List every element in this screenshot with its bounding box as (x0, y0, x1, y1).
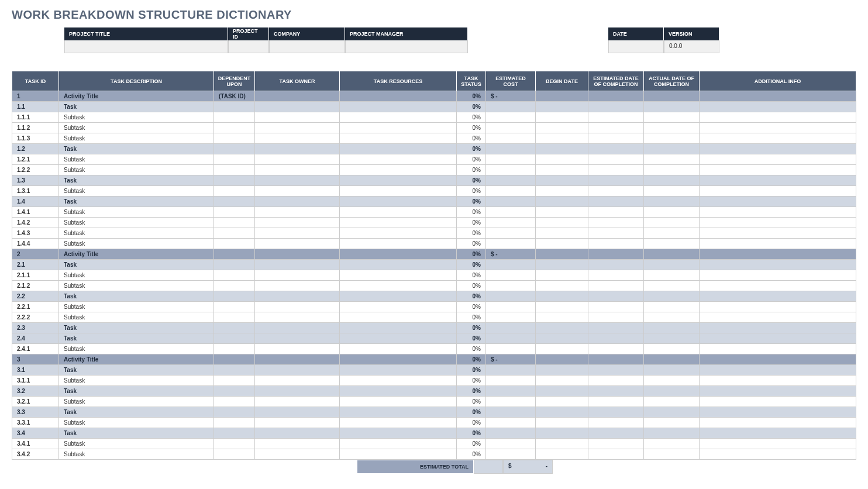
cell-id[interactable]: 2.4 (12, 333, 59, 344)
cell-dep[interactable] (214, 439, 255, 449)
cell-id[interactable]: 1.4.1 (12, 207, 59, 218)
table-row[interactable]: 2.1.2Subtask0% (12, 281, 856, 291)
cell-dep[interactable] (214, 239, 255, 249)
cell-info[interactable] (700, 165, 856, 175)
cell-est[interactable] (588, 407, 644, 418)
cell-est[interactable] (588, 165, 644, 175)
cell-act[interactable] (644, 344, 700, 354)
table-row[interactable]: 3.2Task0% (12, 386, 856, 397)
cell-id[interactable]: 3.4.2 (12, 449, 59, 460)
cell-desc[interactable]: Task (59, 428, 214, 439)
cell-desc[interactable]: Subtask (59, 239, 214, 249)
cell-dep[interactable] (214, 449, 255, 460)
cell-id[interactable]: 1.2.2 (12, 165, 59, 175)
cell-act[interactable] (644, 218, 700, 228)
cell-info[interactable] (700, 260, 856, 270)
cell-owner[interactable] (255, 249, 340, 260)
cell-act[interactable] (644, 91, 700, 102)
cell-id[interactable]: 3.4 (12, 428, 59, 439)
cell-begin[interactable] (536, 154, 588, 165)
cell-cost[interactable] (486, 407, 536, 418)
cell-dep[interactable] (214, 249, 255, 260)
cell-info[interactable] (700, 449, 856, 460)
cell-status[interactable]: 0% (457, 123, 486, 133)
table-row[interactable]: 1.3.1Subtask0% (12, 186, 856, 197)
cell-id[interactable]: 3 (12, 354, 59, 365)
table-row[interactable]: 1.1.2Subtask0% (12, 123, 856, 133)
cell-cost[interactable] (486, 123, 536, 133)
cell-cost[interactable] (486, 228, 536, 239)
cell-res[interactable] (340, 165, 457, 175)
cell-owner[interactable] (255, 302, 340, 312)
cell-res[interactable] (340, 439, 457, 449)
cell-res[interactable] (340, 323, 457, 333)
cell-info[interactable] (700, 397, 856, 407)
cell-id[interactable]: 1.1.2 (12, 123, 59, 133)
table-row[interactable]: 1.2.1Subtask0% (12, 154, 856, 165)
cell-cost[interactable] (486, 397, 536, 407)
cell-est[interactable] (588, 302, 644, 312)
table-row[interactable]: 1Activity Title(TASK ID)0%$ - (12, 91, 856, 102)
meta-value-project-id[interactable] (228, 40, 269, 53)
cell-dep[interactable] (214, 197, 255, 207)
cell-cost[interactable] (486, 270, 536, 281)
cell-est[interactable] (588, 376, 644, 386)
cell-res[interactable] (340, 112, 457, 123)
cell-res[interactable] (340, 197, 457, 207)
cell-owner[interactable] (255, 228, 340, 239)
cell-owner[interactable] (255, 91, 340, 102)
cell-owner[interactable] (255, 428, 340, 439)
cell-res[interactable] (340, 281, 457, 291)
cell-cost[interactable] (486, 133, 536, 144)
cell-act[interactable] (644, 112, 700, 123)
cell-res[interactable] (340, 407, 457, 418)
table-row[interactable]: 3.4.1Subtask0% (12, 439, 856, 449)
cell-est[interactable] (588, 428, 644, 439)
cell-info[interactable] (700, 344, 856, 354)
table-row[interactable]: 1.4.2Subtask0% (12, 218, 856, 228)
cell-info[interactable] (700, 154, 856, 165)
table-row[interactable]: 1.4.3Subtask0% (12, 228, 856, 239)
cell-status[interactable]: 0% (457, 197, 486, 207)
cell-act[interactable] (644, 260, 700, 270)
cell-desc[interactable]: Activity Title (59, 354, 214, 365)
cell-status[interactable]: 0% (457, 439, 486, 449)
cell-dep[interactable] (214, 418, 255, 428)
cell-desc[interactable]: Task (59, 102, 214, 112)
cell-id[interactable]: 3.3.1 (12, 418, 59, 428)
cell-begin[interactable] (536, 218, 588, 228)
cell-est[interactable] (588, 207, 644, 218)
cell-act[interactable] (644, 449, 700, 460)
cell-res[interactable] (340, 354, 457, 365)
cell-res[interactable] (340, 239, 457, 249)
cell-info[interactable] (700, 197, 856, 207)
cell-begin[interactable] (536, 312, 588, 323)
cell-owner[interactable] (255, 186, 340, 197)
cell-res[interactable] (340, 365, 457, 376)
cell-info[interactable] (700, 323, 856, 333)
cell-res[interactable] (340, 260, 457, 270)
cell-desc[interactable]: Subtask (59, 186, 214, 197)
table-row[interactable]: 1.2.2Subtask0% (12, 165, 856, 175)
cell-status[interactable]: 0% (457, 133, 486, 144)
cell-desc[interactable]: Subtask (59, 228, 214, 239)
table-row[interactable]: 2.2Task0% (12, 291, 856, 302)
cell-est[interactable] (588, 354, 644, 365)
cell-info[interactable] (700, 186, 856, 197)
cell-cost[interactable] (486, 323, 536, 333)
cell-id[interactable]: 3.1.1 (12, 376, 59, 386)
cell-res[interactable] (340, 249, 457, 260)
cell-est[interactable] (588, 260, 644, 270)
cell-info[interactable] (700, 312, 856, 323)
cell-cost[interactable] (486, 312, 536, 323)
cell-owner[interactable] (255, 397, 340, 407)
cell-owner[interactable] (255, 344, 340, 354)
cell-owner[interactable] (255, 312, 340, 323)
cell-owner[interactable] (255, 102, 340, 112)
cell-dep[interactable] (214, 407, 255, 418)
cell-info[interactable] (700, 270, 856, 281)
cell-id[interactable]: 3.2 (12, 386, 59, 397)
cell-dep[interactable] (214, 186, 255, 197)
cell-status[interactable]: 0% (457, 165, 486, 175)
cell-status[interactable]: 0% (457, 239, 486, 249)
